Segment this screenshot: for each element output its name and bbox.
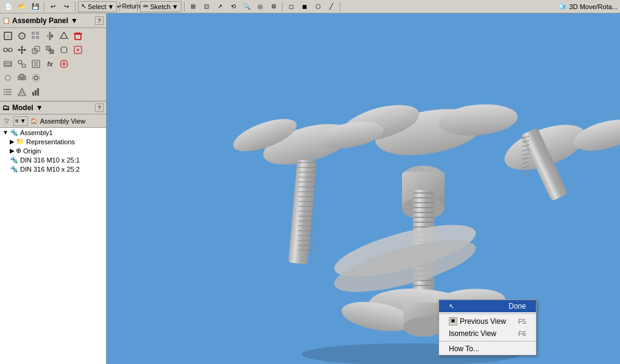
chart-btn[interactable]	[29, 85, 43, 99]
cursor-icon: ↖	[449, 303, 454, 310]
toolbar-row-3: fx	[1, 57, 105, 71]
svg-marker-10	[51, 33, 54, 38]
tree-part1[interactable]: 🔩 DIN 316 M10 x 25:1	[0, 155, 106, 164]
context-menu-iso-view[interactable]: Isometric View F6	[439, 327, 536, 340]
delete-btn[interactable]	[71, 29, 85, 43]
assembly-panel-title-group: 📋 Assembly Panel ▼	[2, 16, 78, 25]
model-panel-divider[interactable]: 🗂 Model ▼ ?	[0, 101, 106, 114]
svg-marker-11	[60, 32, 68, 38]
context-menu-done[interactable]: ↖ Done	[439, 300, 536, 312]
tree-part2[interactable]: 🔩 DIN 316 M10 x 25:2	[0, 164, 106, 173]
work-features-btn[interactable]	[57, 29, 71, 43]
assembly-view-btn[interactable]	[15, 57, 29, 71]
fx-btn[interactable]: fx	[43, 57, 57, 71]
svg-point-16	[4, 48, 7, 52]
select-dropdown[interactable]: ↖ Select ▼	[78, 1, 117, 12]
context-menu-howto[interactable]: How To...	[439, 343, 536, 355]
gear-btn[interactable]	[29, 71, 43, 85]
adaptive-btn[interactable]	[57, 43, 71, 57]
content-btn[interactable]	[57, 57, 71, 71]
sketch-arrow: ▼	[172, 3, 178, 10]
substitute-btn[interactable]	[43, 43, 57, 57]
tree-origin[interactable]: ▶ ⊕ Origin	[0, 146, 106, 155]
constrain-btn[interactable]	[1, 43, 15, 57]
prev-view-label: Previous View	[460, 317, 506, 326]
svg-point-52	[4, 91, 5, 93]
sort-dropdown[interactable]: ≡ ▼	[13, 116, 28, 126]
assembly-panel-header: 📋 Assembly Panel ▼ ?	[0, 13, 106, 28]
toolbar-row-4	[1, 71, 105, 85]
model-panel-title: Model	[12, 103, 33, 112]
new-btn[interactable]: 📄	[2, 1, 15, 12]
viewport[interactable]: ↖ Done ▣ Previous View F5 Isometric View…	[107, 13, 620, 364]
select-arrow: ▼	[108, 3, 114, 10]
sketch-label: Sketch	[150, 3, 171, 10]
svg-rect-12	[75, 34, 81, 40]
sketch-dropdown[interactable]: ✏ Sketch ▼	[140, 1, 181, 12]
move-btn[interactable]	[15, 43, 29, 57]
undo-btn[interactable]: ↩	[47, 1, 59, 12]
bom-btn[interactable]	[29, 57, 43, 71]
representations-icon: 📁	[16, 138, 24, 145]
sep7	[340, 2, 340, 12]
filter-icon[interactable]: ▽	[1, 116, 12, 127]
tool11-btn[interactable]: ╱	[325, 1, 337, 12]
menu-separator-1	[439, 313, 536, 314]
svg-text:+: +	[21, 33, 24, 39]
context-menu-prev-view[interactable]: ▣ Previous View F5	[439, 315, 536, 327]
svg-rect-5	[36, 32, 39, 35]
context-menu[interactable]: ↖ Done ▣ Previous View F5 Isometric View…	[439, 299, 537, 355]
origin-icon: ⊕	[16, 147, 21, 155]
svg-point-53	[4, 94, 5, 95]
tool10-btn[interactable]: ⬡	[312, 1, 324, 12]
tool6-btn[interactable]: ◎	[254, 1, 266, 12]
create-component-btn[interactable]: +	[15, 29, 29, 43]
assembly-panel-help-btn[interactable]: ?	[95, 16, 104, 25]
toolbar-row-2	[1, 43, 105, 57]
part1-icon: 🔩	[10, 156, 18, 164]
design-acc-btn[interactable]	[15, 85, 29, 99]
place-component-btn[interactable]: +	[1, 29, 15, 43]
svg-point-47	[32, 74, 40, 82]
tool2-btn[interactable]: ⊡	[200, 1, 213, 12]
iam-btn[interactable]	[15, 71, 29, 85]
content-center-btn[interactable]	[71, 43, 85, 57]
iso-view-label: Isometric View	[449, 329, 496, 338]
svg-rect-7	[36, 36, 39, 39]
svg-point-28	[77, 49, 79, 51]
appearance-btn[interactable]	[1, 71, 15, 85]
sort-icon: ≡	[15, 117, 19, 124]
assembly-toolbar-1: + +	[0, 28, 106, 101]
list-btn[interactable]	[1, 85, 15, 99]
svg-rect-4	[32, 32, 35, 35]
tool1-btn[interactable]: ⊞	[187, 1, 199, 12]
select-icon: ↖	[81, 2, 86, 10]
open-btn[interactable]: 📂	[16, 1, 28, 12]
derive-btn[interactable]	[29, 43, 43, 57]
svg-point-51	[4, 89, 5, 90]
assembly-panel-title: Assembly Panel	[12, 16, 68, 25]
ipart-btn[interactable]	[1, 57, 15, 71]
mirror-btn[interactable]	[43, 29, 57, 43]
tool4-btn[interactable]: ⟲	[227, 1, 239, 12]
tool3-btn[interactable]: ↗	[214, 1, 226, 12]
svg-rect-56	[32, 92, 34, 96]
tool5-btn[interactable]: 🔍	[241, 1, 253, 12]
model-tree: ▼ 🔩 Assembly1 ▶ 📁 Representations ▶ ⊕ Or…	[0, 128, 106, 364]
assembly1-icon: 🔩	[10, 128, 18, 136]
save-btn[interactable]: 💾	[29, 1, 41, 12]
tool7-btn[interactable]: ⚙	[267, 1, 280, 12]
assembly-view-label: Assembly View	[40, 117, 85, 125]
tree-representations[interactable]: ▶ 📁 Representations	[0, 137, 106, 146]
tree-assembly1[interactable]: ▼ 🔩 Assembly1	[0, 128, 106, 137]
model-panel-help-btn[interactable]: ?	[95, 103, 104, 112]
svg-marker-19	[21, 46, 23, 47]
tool9-btn[interactable]: ◼	[298, 1, 311, 12]
part2-icon: 🔩	[10, 165, 18, 173]
redo-btn[interactable]: ↪	[60, 1, 72, 12]
return-btn[interactable]: ↵ Return	[122, 1, 135, 12]
assembly-view-icon[interactable]: 🏠	[29, 116, 39, 126]
pattern-btn[interactable]	[29, 29, 43, 43]
sep1	[44, 2, 44, 12]
tool8-btn[interactable]: ◻	[285, 1, 297, 12]
